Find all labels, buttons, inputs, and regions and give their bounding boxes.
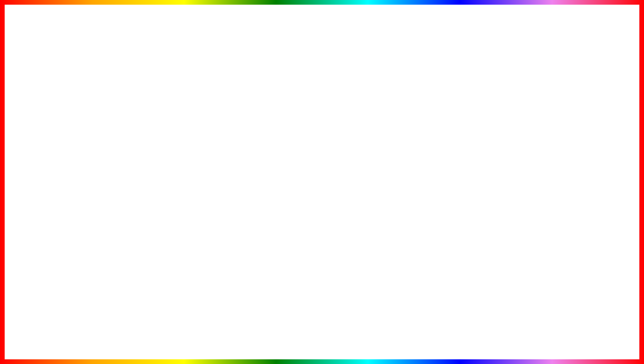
player-esp-label: Player ESP [537, 150, 602, 154]
icon-gear[interactable]: ⚙ [143, 211, 148, 217]
r-icon-clipboard[interactable]: 📋 [486, 211, 493, 217]
pumpkin-eyes [189, 286, 218, 293]
chest-esp-label: Chest ESP [537, 141, 602, 146]
icon-play[interactable]: ▶ [106, 211, 110, 217]
auto-dragon-talon-label: Auto Dragon Talon [117, 171, 181, 175]
law-boss-header: [\\ Law Boss Raid //] [534, 117, 610, 122]
svg-point-23 [285, 114, 289, 117]
right-header-icon: ⊞ [456, 110, 460, 115]
auto-dragon-talon-row: Auto Dragon Talon [113, 169, 190, 177]
auto-death-step-row: Auto Death Step [113, 136, 190, 144]
auto-electric-claw-checkbox[interactable] [181, 162, 186, 167]
icon-stats[interactable]: 📈 [86, 211, 92, 217]
svg-point-7 [506, 134, 508, 136]
svg-point-22 [279, 114, 282, 117]
auto-farm-all-chest-label: Auto Farm All Chest + Hop [37, 162, 102, 167]
svg-point-28 [272, 167, 284, 174]
blox-fruits-logo: BLX FRUITS ☠ [552, 303, 627, 356]
r-icon-cart[interactable]: 🛒 [554, 211, 560, 217]
logo-blx: BLX [558, 306, 621, 324]
logo-fruits-text: FRUITS [558, 324, 621, 341]
auto-electric-claw-row: Auto Electric Claw [113, 161, 190, 169]
r-icon-stats[interactable]: 📈 [506, 211, 513, 217]
dragon-character [484, 114, 534, 174]
auto-kill-law-row: Auto Kill Law Raid Boss [534, 131, 610, 140]
auto-farm-nearest-mobs-label: Auto Farm Nearest Mobs [37, 154, 102, 159]
left-col: [\\ Auto Farm //] Auto Farm Level Auto F… [33, 130, 112, 208]
main-title: BLOX FRUITS [0, 15, 644, 72]
auto-farm-nearest-mobs-row: Auto Farm Nearest Mobs [34, 152, 110, 161]
auto-farm-boss-checkbox[interactable] [102, 170, 107, 176]
game-character [254, 83, 314, 212]
auto-farm-level-row: Auto Farm Level [34, 136, 110, 144]
smooth-best-label: SMOOTH BEST [516, 97, 612, 113]
monster-info: Monster : Snow Demon [Lv. 2425] [33, 117, 191, 124]
auto-dragon-talon-checkbox[interactable] [181, 170, 186, 176]
svg-point-4 [503, 127, 505, 130]
bottom-script-pastebin-text: SCRIPT PASTEBIN [325, 320, 540, 347]
icon-user[interactable]: 👤 [123, 211, 130, 217]
auto-sharkman-checkbox[interactable] [181, 154, 186, 159]
r-icon-play[interactable]: ▶ [526, 211, 530, 217]
title-blox: BLOX [150, 16, 293, 71]
auto-sharkman-row: Auto Sharkman Karate [113, 152, 190, 161]
auto-checkbox-2[interactable] [457, 159, 462, 165]
player-esp-checkbox[interactable] [601, 149, 607, 155]
icon-cart[interactable]: 🛒 [133, 211, 140, 217]
auto-death-step-label: Auto Death Step [117, 137, 181, 142]
left-panel-content: Monster : Snow Demon [Lv. 2425] Quest : … [33, 117, 191, 219]
r-icon-user[interactable]: 👤 [544, 211, 550, 217]
auto-death-step-checkbox[interactable] [181, 137, 186, 142]
r-icon-gear[interactable]: ⚙ [564, 211, 568, 217]
r-icon-users[interactable]: 👥 [516, 211, 523, 217]
icon-clipboard[interactable]: 📋 [66, 211, 72, 217]
select-raid-label: Select Raid : [457, 125, 478, 129]
auto-super-human-checkbox[interactable] [181, 145, 186, 151]
quest-info: Quest : CandyQuest1 Level : 2 [33, 124, 191, 130]
auto-super-human-row: Auto Super Human [113, 144, 190, 152]
auto-farm-level-label: Auto Farm Level [37, 137, 102, 142]
right-col: [\\ Swords Quest //] Auto Death Step Aut… [112, 130, 191, 208]
r-icon-target[interactable]: 🎯 [534, 211, 540, 217]
icon-group[interactable]: 👥 [151, 211, 158, 217]
auto-farm-level-checkbox[interactable] [102, 137, 107, 142]
auto-kill-law-checkbox[interactable] [601, 133, 607, 138]
right-panel-right-col: [\\ Law Boss Raid //] ✦ Join or Auto Cre… [533, 117, 612, 208]
auto-electric-claw-label: Auto Electric Claw [117, 162, 181, 167]
icon-target[interactable]: 🎯 [113, 211, 120, 217]
auto-farm-no-quest-label: Auto Farm (No Quest) [37, 146, 102, 150]
horn-right [214, 257, 224, 270]
left-panel-main: [\\ Auto Farm //] Auto Farm Level Auto F… [33, 130, 191, 208]
chest-esp-checkbox[interactable] [601, 141, 607, 146]
svg-point-5 [514, 127, 517, 130]
auto-super-human-label: Auto Super Human [117, 146, 181, 150]
title-fruits: FRUITS [308, 16, 494, 71]
pumpkin-eye-right [211, 286, 218, 293]
r-icon-chart[interactable]: 📊 [496, 211, 503, 217]
auto-farm-boss-label: Auto Farm Boss [37, 171, 102, 175]
auto-farm-all-chest-row: Auto Farm All Chest + Hop [34, 161, 110, 169]
svg-point-1 [494, 119, 524, 145]
pumpkin-character [177, 267, 237, 334]
auto-sharkman-label: Auto Sharkman Karate [117, 154, 181, 159]
player-esp-row: Player ESP [534, 148, 610, 156]
right-panel-bottom-icons: 📋 📊 📈 👥 ▶ 🎯 👤 🛒 ⚙ 👥 [453, 208, 611, 219]
auto-farm-no-quest-row: Auto Farm (No Quest) [34, 144, 110, 152]
logo-box: BLX FRUITS ☠ [552, 303, 627, 356]
auto-farm-nearest-mobs-checkbox[interactable] [102, 154, 107, 159]
svg-point-29 [283, 167, 295, 174]
svg-point-17 [506, 162, 512, 169]
auto-farm-all-chest-checkbox[interactable] [102, 162, 107, 167]
auto-farm-no-quest-checkbox[interactable] [102, 145, 107, 151]
no-miss-skill-label: NO MISS-SKILL [32, 97, 130, 113]
icon-users[interactable]: 👥 [96, 211, 102, 217]
svg-point-36 [242, 147, 252, 174]
svg-point-30 [274, 122, 293, 145]
dragon-svg [484, 114, 534, 174]
left-panel: ⊞ HEATER HUB BLOX FRUIT 3RD WORLD Monste… [32, 107, 192, 220]
horn-left [190, 257, 200, 270]
r-icon-group[interactable]: 👥 [572, 211, 578, 217]
bottom-banner: AUTO FARM SCRIPT PASTEBIN [0, 312, 644, 355]
icon-chart[interactable]: 📊 [76, 211, 82, 217]
btn-join-auto-crew[interactable]: ✦ Join or Auto Crew [537, 123, 608, 130]
